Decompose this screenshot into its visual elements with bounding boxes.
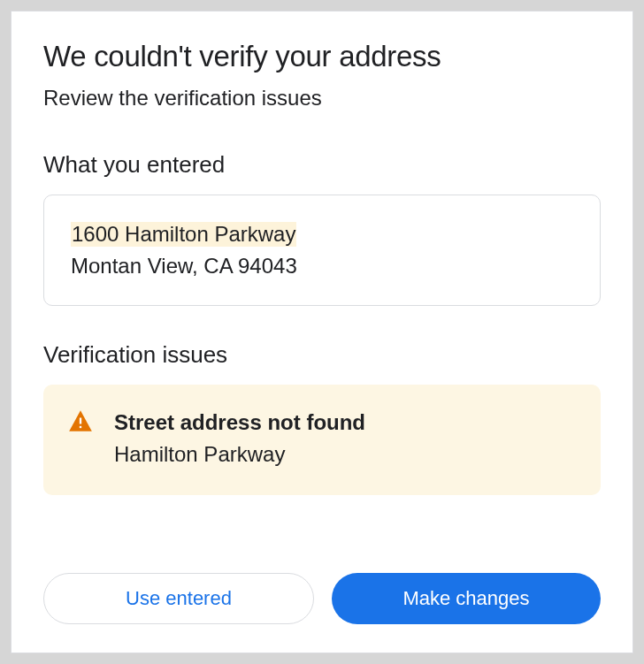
issue-title: Street address not found xyxy=(114,408,576,438)
make-changes-button[interactable]: Make changes xyxy=(332,573,601,624)
svg-rect-1 xyxy=(80,426,81,428)
entered-address-box: 1600 Hamilton Parkway Montan View, CA 94… xyxy=(43,195,601,306)
address-line1: 1600 Hamilton Parkway xyxy=(71,218,296,250)
issue-detail: Hamilton Parkway xyxy=(114,439,576,469)
entered-heading: What you entered xyxy=(43,151,601,179)
issue-text: Street address not found Hamilton Parkwa… xyxy=(114,408,576,469)
dialog-subtitle: Review the verification issues xyxy=(43,86,601,111)
verification-issues-box: Street address not found Hamilton Parkwa… xyxy=(43,385,601,495)
address-verification-dialog: We couldn't verify your address Review t… xyxy=(11,11,633,653)
use-entered-button[interactable]: Use entered xyxy=(43,573,314,624)
dialog-title: We couldn't verify your address xyxy=(43,40,601,73)
address-line2: Montan View, CA 94043 xyxy=(71,250,573,282)
button-row: Use entered Make changes xyxy=(43,573,601,624)
warning-icon xyxy=(68,409,93,436)
issues-heading: Verification issues xyxy=(43,341,601,369)
svg-rect-0 xyxy=(80,418,81,424)
